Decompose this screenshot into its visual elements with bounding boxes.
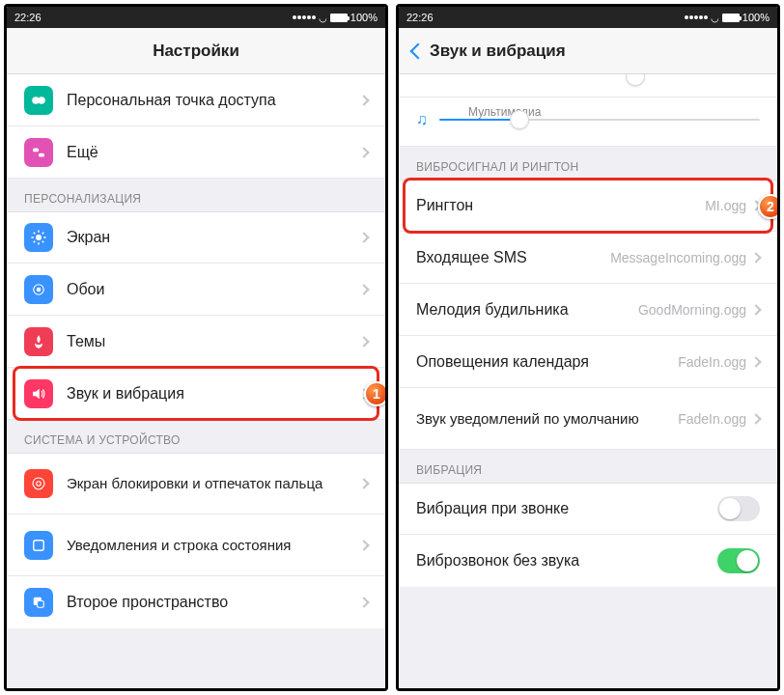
previous-slider-tail [399,74,777,97]
row-label: Темы [67,332,360,350]
settings-row-themes[interactable]: Темы [7,316,385,368]
notifications-icon [24,531,53,560]
svg-rect-8 [34,540,44,550]
display-icon [24,223,53,252]
status-time: 22:26 [406,12,434,23]
row-label: Оповещения календаря [416,352,678,371]
vibration-row-silent[interactable]: Виброзвонок без звука [399,535,777,587]
wifi-icon: ◡ [319,13,327,23]
chevron-right-icon [750,304,761,315]
signal-dots-icon [293,15,316,19]
svg-rect-3 [39,153,44,156]
row-value: MI.ogg [705,198,746,213]
svg-point-4 [36,235,42,240]
section-header-personalization: ПЕРСОНАЛИЗАЦИЯ [7,179,385,211]
svg-point-6 [37,287,42,292]
phone-right: 22:26 ◡ 100% Звук и вибрация ♫ Мультимед… [396,4,780,691]
chevron-right-icon [358,284,369,294]
chevron-right-icon [358,336,369,347]
slider-fill [439,119,519,121]
sound-row-ringtone[interactable]: Рингтон MI.ogg 2 [399,180,777,232]
battery-icon [330,14,348,22]
section-header-system: СИСТЕМА И УСТРОЙСТВО [7,420,385,453]
battery-icon [722,14,740,22]
slider-thumb-icon[interactable] [626,74,645,86]
chevron-right-icon [358,540,369,550]
row-label: Мелодия будильника [416,300,638,319]
fingerprint-icon [24,469,53,498]
more-icon [24,138,53,167]
chevron-right-icon [358,478,369,488]
row-label: Виброзвонок без звука [416,551,717,570]
row-label: Звук уведомлений по умолчанию [416,410,678,428]
screenshot-pair: 22:26 ◡ 100% Настройки Персональная точк… [0,0,784,695]
back-icon[interactable] [410,42,427,59]
slider-label: Мультимедиа [468,105,541,119]
row-label: Персональная точка доступа [67,91,360,109]
row-value: FadeIn.ogg [678,354,746,370]
status-right: ◡ 100% [685,12,770,23]
multimedia-slider[interactable]: Мультимедиа [439,119,760,121]
status-time: 22:26 [14,12,42,23]
row-label: Вибрация при звонке [416,499,717,517]
row-value: MessageIncoming.ogg [610,250,746,265]
chevron-right-icon [750,413,761,424]
settings-row-notifications[interactable]: Уведомления и строка состояния [7,514,385,576]
row-label: Второе пронстранство [67,593,360,611]
header-settings: Настройки [7,28,385,74]
row-label: Входящее SMS [416,248,610,266]
settings-row-wallpaper[interactable]: Обои [7,264,385,316]
settings-row-hotspot[interactable]: Персональная точка доступа [7,74,385,126]
chevron-right-icon [750,252,761,263]
sound-content[interactable]: ♫ Мультимедиа ВИБРОСИГНАЛ И РИНГТОН Ринг… [399,74,777,688]
row-label: Экран [67,228,360,246]
settings-row-display[interactable]: Экран [7,211,385,264]
row-label: Уведомления и строка состояния [67,537,360,554]
chevron-right-icon [358,597,369,607]
row-label: Ещё [67,143,360,161]
page-title: Звук и вибрация [430,42,764,61]
slider-thumb-icon[interactable] [510,110,529,129]
sound-row-alarm[interactable]: Мелодия будильника GoodMorning.ogg [399,284,777,336]
settings-row-lockscreen[interactable]: Экран блокировки и отпечаток пальца [7,453,385,514]
sound-icon [24,379,53,408]
vibrate-on-ring-toggle[interactable] [717,496,760,521]
chevron-right-icon [358,147,369,157]
row-value: GoodMorning.ogg [638,302,746,318]
section-header-ringtone: ВИБРОСИГНАЛ И РИНГТОН [399,147,777,180]
status-right: ◡ 100% [293,12,378,23]
sound-row-default-notif[interactable]: Звук уведомлений по умолчанию FadeIn.ogg [399,388,777,450]
second-space-icon [24,588,53,617]
vibrate-on-silent-toggle[interactable] [717,548,760,573]
hotspot-icon [24,86,53,115]
multimedia-slider-row: ♫ Мультимедиа [399,97,777,147]
sound-row-sms[interactable]: Входящее SMS MessageIncoming.ogg [399,232,777,284]
section-header-vibration: ВИБРАЦИЯ [399,450,777,483]
row-value: FadeIn.ogg [678,411,746,427]
row-label: Рингтон [416,196,705,214]
phone-left: 22:26 ◡ 100% Настройки Персональная точк… [4,4,388,691]
settings-content[interactable]: Персональная точка доступа Ещё ПЕРСОНАЛИ… [7,74,385,688]
settings-row-sound[interactable]: Звук и вибрация 1 [7,368,385,420]
status-battery: 100% [742,12,770,23]
page-title: Настройки [20,42,372,61]
svg-rect-2 [33,148,39,152]
music-note-icon: ♫ [416,111,428,128]
step-badge-2: 2 [758,194,777,219]
row-label: Экран блокировки и отпечаток пальца [67,475,360,492]
status-battery: 100% [350,12,378,23]
chevron-right-icon [358,95,369,105]
svg-point-7 [37,482,42,486]
chevron-right-icon [358,232,369,242]
svg-rect-10 [38,601,44,608]
sound-row-calendar[interactable]: Оповещения календаря FadeIn.ogg [399,336,777,388]
settings-row-second-space[interactable]: Второе пронстранство [7,576,385,628]
status-bar: 22:26 ◡ 100% [7,7,385,28]
svg-point-1 [38,97,45,104]
chevron-right-icon [750,356,761,367]
vibration-row-ring[interactable]: Вибрация при звонке [399,483,777,535]
settings-row-more[interactable]: Ещё [7,126,385,179]
row-label: Звук и вибрация [67,384,360,403]
wallpaper-icon [24,275,53,304]
signal-dots-icon [685,15,708,19]
